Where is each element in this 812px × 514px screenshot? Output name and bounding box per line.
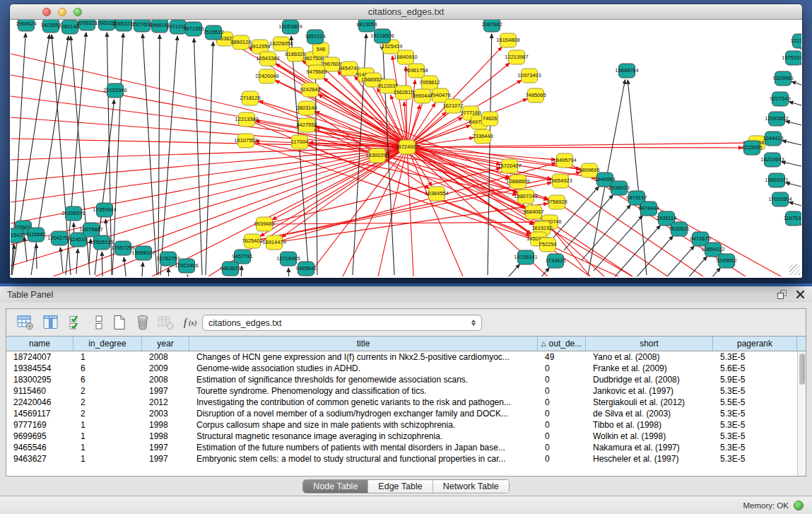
network-edge[interactable] <box>407 147 743 148</box>
network-node[interactable]: 13958107 <box>131 246 155 260</box>
new-table-icon[interactable] <box>110 314 129 331</box>
show-column-icon[interactable] <box>42 314 60 331</box>
network-node[interactable]: 16210643 <box>760 153 784 167</box>
network-node[interactable]: 15692971 <box>765 173 788 187</box>
network-node[interactable]: 7515522 <box>203 25 223 40</box>
network-node[interactable]: 1115682 <box>26 228 46 242</box>
tab-network-table[interactable]: Network Table <box>433 480 509 493</box>
network-node[interactable]: 8427552 <box>296 118 317 132</box>
network-edge[interactable] <box>206 42 213 275</box>
network-node[interactable]: 9329966 <box>772 71 793 86</box>
column-header-year[interactable]: year <box>142 337 189 351</box>
network-edge[interactable] <box>782 141 801 145</box>
network-node[interactable]: 8860128 <box>230 35 251 49</box>
network-node[interactable]: 7632621 <box>669 222 689 236</box>
float-panel-icon[interactable] <box>777 289 787 300</box>
network-node[interactable]: 8938923 <box>608 181 629 195</box>
network-node[interactable]: 8813054 <box>356 20 377 32</box>
network-edge[interactable] <box>789 102 801 105</box>
function-builder-icon[interactable]: f(x) <box>182 314 200 331</box>
table-row[interactable]: 946554611997Estimation of the future num… <box>6 442 797 453</box>
network-node[interactable]: 9684067 <box>523 205 543 219</box>
select-rows-icon[interactable] <box>67 314 86 331</box>
network-node[interactable]: 9463627 <box>220 262 240 276</box>
network-node[interactable]: 12505135 <box>90 235 113 250</box>
network-node[interactable]: 10688609 <box>506 175 529 189</box>
table-row[interactable]: 969969511998Structural magnetic resonanc… <box>6 431 797 442</box>
network-edge[interactable] <box>160 36 177 275</box>
network-edge[interactable] <box>102 252 102 276</box>
network-node[interactable]: 9939489 <box>254 217 274 231</box>
network-node[interactable]: 14136141 <box>514 250 537 264</box>
network-node[interactable]: 7955812 <box>419 76 440 90</box>
minimize-window-button[interactable] <box>58 8 66 16</box>
network-node[interactable]: 16914479 <box>262 235 286 250</box>
table-settings-icon[interactable] <box>16 314 35 331</box>
window-titlebar[interactable]: citations_edges.txt <box>10 4 802 20</box>
table-row[interactable]: 1938455462009Genome-wide association stu… <box>6 363 797 374</box>
network-edge[interactable] <box>471 264 519 276</box>
table-selector-dropdown[interactable]: citations_edges.txt <box>202 315 482 331</box>
column-header-short[interactable]: short <box>586 337 713 351</box>
network-node[interactable]: 2087682 <box>481 20 502 32</box>
network-node[interactable]: 22420046 <box>255 69 278 83</box>
zoom-window-button[interactable] <box>73 8 82 16</box>
network-node[interactable]: 7857224 <box>305 30 325 44</box>
network-edge[interactable] <box>194 38 202 275</box>
network-edge[interactable] <box>143 34 157 275</box>
network-node[interactable]: 9465546 <box>295 262 316 276</box>
network-node[interactable]: 8186328 <box>285 47 305 62</box>
memory-ok-indicator[interactable] <box>794 501 804 510</box>
network-node[interactable]: 1960424 <box>16 20 36 31</box>
network-edge[interactable] <box>550 187 599 242</box>
network-edge[interactable] <box>36 244 37 269</box>
network-node[interactable]: 2336448 <box>472 129 493 144</box>
network-edge[interactable] <box>594 216 642 271</box>
network-edge[interactable] <box>786 182 801 187</box>
network-node[interactable]: 12093852 <box>765 112 788 126</box>
close-panel-icon[interactable] <box>796 290 805 299</box>
column-header-title[interactable]: title <box>189 337 538 351</box>
network-edge[interactable] <box>76 249 78 274</box>
network-edge[interactable] <box>624 236 673 276</box>
network-node[interactable]: 16053809 <box>278 20 302 34</box>
resize-grip[interactable] <box>789 264 800 275</box>
network-edge[interactable] <box>500 268 549 276</box>
network-edge[interactable] <box>628 80 647 275</box>
network-edge[interactable] <box>582 205 630 260</box>
network-edge[interactable] <box>112 33 123 275</box>
network-node[interactable]: 1244415 <box>763 132 783 146</box>
network-edge[interactable] <box>60 247 63 272</box>
column-header-out_de[interactable]: △out_de... <box>538 337 586 351</box>
network-node[interactable]: 15751074 <box>782 51 801 65</box>
network-node[interactable]: 17016504 <box>768 192 792 206</box>
network-node[interactable]: 2718126 <box>240 91 260 105</box>
network-node[interactable]: 9671355 <box>183 22 204 36</box>
network-edge[interactable] <box>168 268 169 276</box>
network-node[interactable]: 9245652 <box>716 254 736 268</box>
network-node[interactable]: 12213987 <box>505 50 528 64</box>
network-edge[interactable] <box>288 268 289 276</box>
network-edge[interactable] <box>187 275 190 276</box>
citation-network-graph[interactable]: 1872400774638228860128891295418226058165… <box>11 20 801 276</box>
network-node[interactable]: 1733426 <box>545 254 565 268</box>
network-view-window[interactable]: citations_edges.txt 18724007746382288601… <box>10 4 802 278</box>
network-node[interactable]: 1562615 <box>393 86 413 100</box>
network-edge[interactable] <box>792 81 801 85</box>
clear-selection-icon[interactable] <box>90 314 108 331</box>
network-node[interactable]: 8215955 <box>741 141 762 155</box>
network-node[interactable]: 17359924 <box>93 203 116 217</box>
table-scrollbar-thumb[interactable] <box>799 354 805 385</box>
column-header-in_degree[interactable]: in_degree <box>73 337 142 351</box>
network-node[interactable]: 2803144 <box>296 101 317 115</box>
network-node[interactable]: 74626 <box>482 112 498 126</box>
network-node[interactable]: 546 <box>313 42 329 57</box>
network-edge[interactable] <box>124 257 126 276</box>
table-row[interactable]: 946362711997Embryonic stem cells: a mode… <box>6 453 797 465</box>
table-row[interactable]: 1872400712008Changes of HCN gene express… <box>6 351 797 363</box>
network-node[interactable]: 9242844 <box>300 83 320 97</box>
network-node[interactable]: 752254 <box>539 238 556 252</box>
network-node[interactable]: 15716485 <box>276 252 300 266</box>
table-row[interactable]: 1456911722003Disruption of a novel membe… <box>6 408 797 419</box>
network-node[interactable]: 9475685 <box>306 65 326 79</box>
